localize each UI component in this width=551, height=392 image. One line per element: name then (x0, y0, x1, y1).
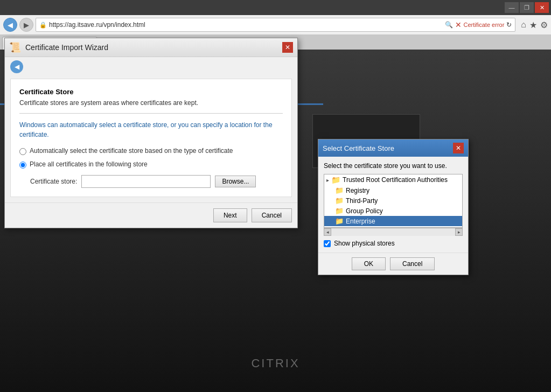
citrix-logo: CiTRiX (251, 356, 299, 370)
tree-item[interactable]: 📁Registry (324, 185, 462, 195)
folder-icon: 📁 (335, 217, 344, 225)
radio-manual-label: Place all certificates in the following … (30, 160, 148, 168)
divider (19, 113, 283, 114)
expand-icon: ▸ (326, 177, 329, 183)
cert-store-cancel-button[interactable]: Cancel (390, 257, 435, 270)
browse-button[interactable]: Browse... (215, 176, 256, 187)
tree-item[interactable]: 📁Third-Party (324, 195, 462, 206)
tree-item-label: Enterprise (346, 218, 375, 225)
wizard-footer: Next Cancel (5, 202, 297, 228)
tree-item[interactable]: 📁Group Policy (324, 206, 462, 216)
show-physical-row: Show physical stores (324, 240, 463, 247)
wizard-title-left: 📜 Certificate Import Wizard (9, 41, 108, 53)
next-button[interactable]: Next (213, 208, 247, 222)
cert-store-input[interactable] (81, 175, 211, 188)
tree-item-label: Trusted Root Certification Authorities (343, 176, 448, 184)
nav-icons: ⌂ ★ ⚙ (521, 20, 548, 30)
cert-store-row-label: Certificate store: (30, 178, 77, 185)
cert-store-body: Select the certificate store you want to… (318, 157, 468, 253)
tree-item-label: Registry (346, 187, 369, 194)
wizard-title: Certificate Import Wizard (25, 43, 108, 52)
url-text: https://ag.itsave.ru/vpn/index.html (49, 21, 443, 29)
cancel-button[interactable]: Cancel (252, 208, 292, 222)
section-title: Certificate Store (19, 88, 283, 96)
show-physical-checkbox[interactable] (324, 240, 331, 247)
cert-store-dialog-title: Select Certificate Store (323, 144, 394, 152)
cert-store-tree[interactable]: ▸📁Trusted Root Certification Authorities… (324, 174, 463, 228)
radio-group: Automatically select the certificate sto… (19, 147, 283, 169)
close-button[interactable]: ✕ (535, 2, 549, 13)
tree-item-label: Group Policy (346, 207, 383, 215)
wizard-close-button[interactable]: ✕ (282, 42, 293, 53)
wizard-back-button[interactable]: ◀ (10, 60, 23, 73)
refresh-icon: ↻ (506, 21, 512, 29)
cert-store-close-button[interactable]: ✕ (453, 143, 464, 153)
radio-auto-item: Automatically select the certificate sto… (19, 147, 283, 155)
cert-store-desc: Select the certificate store you want to… (324, 162, 463, 170)
lock-icon: 🔒 (39, 22, 47, 29)
folder-icon: 📁 (331, 176, 340, 184)
cert-error-text: Certificate error (464, 22, 505, 28)
cert-store-titlebar: Select Certificate Store ✕ (318, 139, 468, 157)
radio-manual[interactable] (19, 162, 26, 169)
folder-icon: 📁 (335, 186, 344, 194)
minimize-button[interactable]: — (505, 2, 519, 13)
restore-button[interactable]: ❐ (520, 2, 534, 13)
star-icon[interactable]: ★ (529, 20, 537, 30)
tree-item[interactable]: 📁Smart Card (324, 226, 462, 228)
tree-hscroll: ◂ ▸ (324, 228, 463, 235)
folder-icon: 📁 (335, 197, 344, 205)
back-button[interactable]: ◀ (3, 18, 17, 32)
home-icon[interactable]: ⌂ (521, 20, 526, 30)
select-cert-store-dialog: Select Certificate Store ✕ Select the ce… (318, 139, 469, 275)
title-bar: — ❐ ✕ (0, 0, 551, 15)
section-desc: Certificate stores are system areas wher… (19, 99, 283, 107)
tree-item[interactable]: 📁Enterprise (324, 216, 462, 226)
search-icon: 🔍 (445, 21, 453, 29)
cert-error-icon: ✕ (455, 20, 462, 29)
address-bar[interactable]: 🔒 https://ag.itsave.ru/vpn/index.html 🔍 … (36, 18, 515, 32)
wizard-icon: 📜 (9, 41, 21, 53)
hscroll-left[interactable]: ◂ (324, 228, 331, 236)
hscroll-right[interactable]: ▸ (455, 228, 463, 236)
info-text: Windows can automatically select a certi… (19, 120, 283, 139)
tree-item-label: Third-Party (346, 197, 378, 205)
wizard-nav: ◀ (5, 57, 297, 73)
radio-auto[interactable] (19, 148, 26, 155)
tree-item-label: Smart Card (346, 228, 379, 228)
wizard-titlebar: 📜 Certificate Import Wizard ✕ (5, 38, 297, 57)
wizard-dialog: 📜 Certificate Import Wizard ✕ ◀ Certific… (4, 38, 298, 228)
wizard-body: Certificate Store Certificate stores are… (10, 79, 292, 197)
folder-icon: 📁 (335, 227, 344, 228)
nav-bar: ◀ ▶ 🔒 https://ag.itsave.ru/vpn/index.htm… (0, 15, 551, 34)
radio-manual-item: Place all certificates in the following … (19, 160, 283, 169)
cert-store-footer: OK Cancel (318, 253, 468, 275)
forward-button[interactable]: ▶ (19, 18, 33, 32)
radio-auto-label: Automatically select the certificate sto… (30, 147, 233, 155)
hscroll-track (331, 228, 455, 236)
cert-store-row: Certificate store: Browse... (30, 175, 283, 188)
ok-button[interactable]: OK (352, 257, 386, 270)
tree-item[interactable]: ▸📁Trusted Root Certification Authorities (324, 174, 462, 185)
show-physical-label: Show physical stores (334, 240, 395, 247)
tools-icon[interactable]: ⚙ (540, 20, 548, 30)
folder-icon: 📁 (335, 207, 344, 215)
